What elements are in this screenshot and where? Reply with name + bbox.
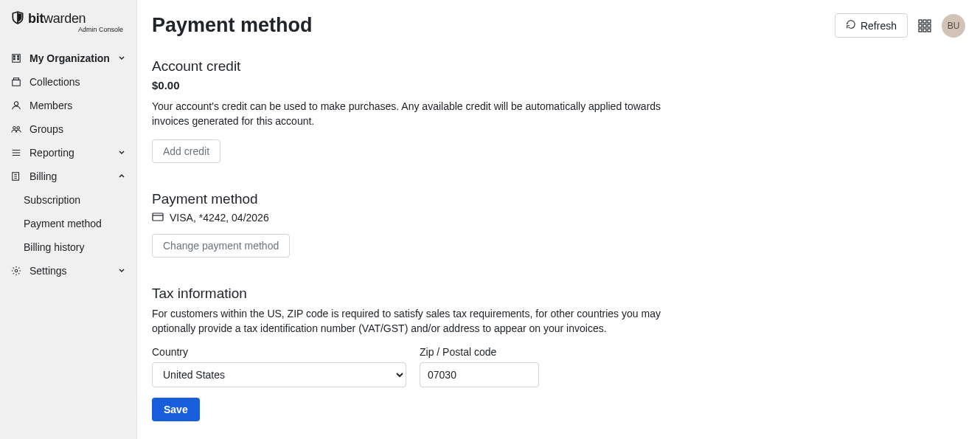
sidebar-subitem-label: Subscription bbox=[24, 194, 80, 206]
change-payment-method-button[interactable]: Change payment method bbox=[152, 234, 290, 257]
svg-point-7 bbox=[14, 102, 18, 106]
sidebar-sub-billing: Subscription Payment method Billing hist… bbox=[0, 188, 136, 259]
sidebar-item-my-organization[interactable]: My Organization bbox=[0, 46, 136, 70]
sidebar-subitem-label: Billing history bbox=[24, 241, 84, 253]
chevron-down-icon bbox=[117, 265, 126, 277]
page-title: Payment method bbox=[152, 14, 835, 37]
svg-rect-25 bbox=[923, 29, 926, 32]
header-actions: Refresh BU bbox=[835, 13, 965, 38]
save-button[interactable]: Save bbox=[152, 398, 200, 421]
sidebar-item-label: Members bbox=[29, 100, 126, 111]
zip-group: Zip / Postal code bbox=[420, 346, 539, 387]
svg-rect-23 bbox=[928, 24, 931, 27]
refresh-button[interactable]: Refresh bbox=[835, 13, 908, 38]
sidebar-subitem-billing-history[interactable]: Billing history bbox=[0, 235, 136, 259]
svg-rect-4 bbox=[18, 58, 19, 60]
add-credit-button[interactable]: Add credit bbox=[152, 139, 220, 163]
sidebar-item-groups[interactable]: Groups bbox=[0, 117, 136, 141]
main-content: Payment method Refresh BU bbox=[137, 0, 980, 439]
refresh-icon bbox=[846, 19, 856, 32]
sidebar-item-label: Billing bbox=[29, 170, 110, 182]
content: Account credit $0.00 Your account's cred… bbox=[137, 38, 830, 439]
sidebar-nav: My Organization Collections Members bbox=[0, 46, 136, 283]
svg-rect-6 bbox=[14, 78, 19, 80]
report-icon bbox=[10, 147, 22, 159]
sidebar-item-label: Groups bbox=[29, 123, 126, 135]
zip-label: Zip / Postal code bbox=[420, 346, 539, 358]
shield-icon bbox=[12, 10, 24, 27]
group-icon bbox=[10, 123, 22, 135]
account-credit-description: Your account's credit can be used to mak… bbox=[152, 99, 683, 129]
sidebar-item-reporting[interactable]: Reporting bbox=[0, 141, 136, 165]
svg-rect-19 bbox=[923, 20, 926, 23]
sidebar-item-label: My Organization bbox=[29, 52, 110, 64]
section-tax-information: Tax information For customers within the… bbox=[152, 286, 816, 422]
svg-rect-1 bbox=[14, 56, 15, 58]
sidebar-item-label: Settings bbox=[29, 265, 110, 277]
svg-rect-22 bbox=[923, 24, 926, 27]
brand-logo[interactable]: bitwarden Admin Console bbox=[0, 0, 136, 39]
apps-grid-icon[interactable] bbox=[918, 19, 931, 32]
sidebar-subitem-label: Payment method bbox=[24, 218, 102, 229]
avatar[interactable]: BU bbox=[942, 14, 965, 38]
svg-rect-2 bbox=[18, 56, 19, 58]
refresh-label: Refresh bbox=[861, 20, 897, 32]
svg-rect-21 bbox=[919, 24, 922, 27]
svg-rect-3 bbox=[14, 58, 15, 60]
sidebar-item-settings[interactable]: Settings bbox=[0, 259, 136, 283]
sidebar-item-label: Reporting bbox=[29, 147, 110, 159]
sidebar-item-label: Collections bbox=[29, 76, 126, 88]
billing-icon bbox=[10, 170, 22, 182]
sidebar-item-collections[interactable]: Collections bbox=[0, 70, 136, 94]
payment-card-row: VISA, *4242, 04/2026 bbox=[152, 212, 816, 224]
sidebar-subitem-payment-method[interactable]: Payment method bbox=[0, 212, 136, 235]
country-label: Country bbox=[152, 346, 406, 358]
account-credit-amount: $0.00 bbox=[152, 79, 816, 91]
payment-card-text: VISA, *4242, 04/2026 bbox=[170, 212, 269, 224]
avatar-initials: BU bbox=[948, 21, 960, 31]
svg-point-9 bbox=[17, 127, 20, 130]
building-icon bbox=[10, 52, 22, 64]
svg-point-8 bbox=[13, 127, 16, 130]
user-icon bbox=[10, 100, 22, 111]
section-account-credit: Account credit $0.00 Your account's cred… bbox=[152, 58, 816, 163]
tax-description: For customers within the US, ZIP code is… bbox=[152, 306, 683, 336]
svg-point-17 bbox=[15, 269, 18, 272]
svg-rect-26 bbox=[928, 29, 931, 32]
svg-rect-27 bbox=[153, 213, 163, 221]
country-group: Country United States bbox=[152, 346, 406, 387]
brand-subtitle: Admin Console bbox=[12, 26, 125, 33]
sidebar-item-members[interactable]: Members bbox=[0, 94, 136, 117]
tax-form-row: Country United States Zip / Postal code bbox=[152, 346, 816, 387]
gear-icon bbox=[10, 265, 22, 277]
svg-rect-24 bbox=[919, 29, 922, 32]
chevron-down-icon bbox=[117, 147, 126, 159]
payment-method-heading: Payment method bbox=[152, 191, 816, 207]
credit-card-icon bbox=[152, 212, 164, 224]
zip-input[interactable] bbox=[420, 362, 539, 387]
sidebar-item-billing[interactable]: Billing bbox=[0, 165, 136, 188]
brand-name: bitwarden bbox=[28, 11, 86, 27]
tax-heading: Tax information bbox=[152, 286, 816, 302]
account-credit-heading: Account credit bbox=[152, 58, 816, 75]
chevron-up-icon bbox=[117, 170, 126, 182]
svg-rect-18 bbox=[919, 20, 922, 23]
country-select[interactable]: United States bbox=[152, 362, 406, 387]
page-header: Payment method Refresh BU bbox=[137, 0, 980, 38]
box-icon bbox=[10, 76, 22, 88]
svg-rect-20 bbox=[928, 20, 931, 23]
sidebar-subitem-subscription[interactable]: Subscription bbox=[0, 188, 136, 212]
svg-rect-5 bbox=[13, 80, 21, 86]
section-payment-method: Payment method VISA, *4242, 04/2026 Chan… bbox=[152, 191, 816, 257]
chevron-down-icon bbox=[117, 52, 126, 64]
sidebar: bitwarden Admin Console My Organization … bbox=[0, 0, 137, 439]
